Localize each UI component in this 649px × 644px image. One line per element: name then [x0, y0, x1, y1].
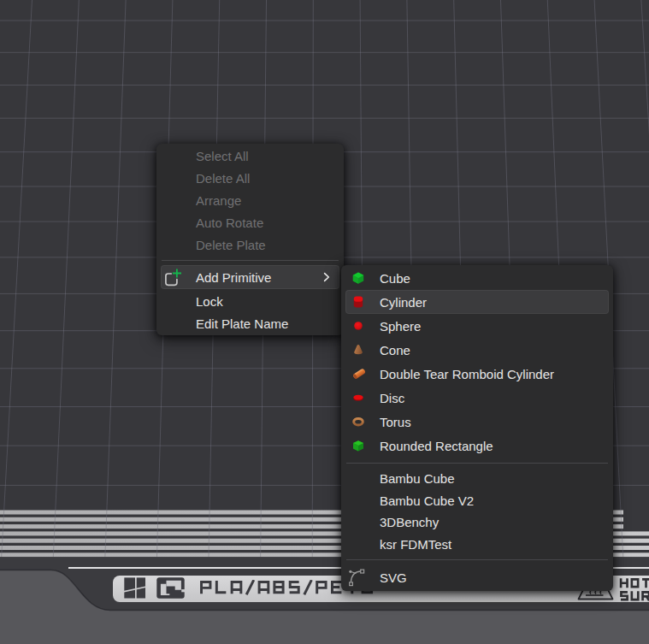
- submenu-item-label: Torus: [380, 415, 609, 429]
- context-menu-separator: [162, 256, 339, 265]
- submenu-separator: [346, 458, 608, 468]
- submenu-item-label: Cylinder: [380, 295, 609, 310]
- submenu-item-sphere[interactable]: Sphere: [345, 314, 609, 338]
- rounded-rectangle-icon: [345, 439, 380, 452]
- context-menu-item-auto-rotate: Auto Rotate: [161, 211, 339, 233]
- submenu-item-label: Cube: [380, 271, 609, 286]
- svg-bezier-icon: [345, 569, 380, 587]
- bambu-studio-logo: [156, 577, 185, 599]
- disc-icon: [345, 391, 380, 405]
- submenu-item-3dbenchy[interactable]: 3DBenchy: [345, 511, 609, 534]
- context-menu-item-label: Edit Plate Name: [196, 316, 339, 331]
- submenu-item-label: Double Tear Romboid Cylinder: [380, 367, 609, 381]
- context-menu-item-label: Select All: [196, 149, 339, 163]
- cone-icon: [345, 343, 380, 357]
- add-primitive-submenu: Cube Cylinder Sphere Cone Double Tear Ro…: [341, 265, 613, 591]
- submenu-separator: [346, 555, 608, 564]
- context-menu-item-label: Delete All: [196, 171, 339, 186]
- torus-icon: [345, 415, 380, 428]
- submenu-item-label: SVG: [380, 570, 609, 585]
- submenu-item-label: 3DBenchy: [380, 515, 609, 529]
- hot-surface-text-line2: [621, 591, 649, 600]
- submenu-arrow-icon: [323, 272, 340, 282]
- submenu-item-label: Cone: [380, 343, 609, 357]
- context-menu-item-label: Delete Plate: [196, 238, 339, 252]
- submenu-item-ksr-fdmtest[interactable]: ksr FDMTest: [345, 534, 609, 556]
- submenu-item-label: Rounded Rectangle: [380, 439, 609, 453]
- context-menu-item-delete-plate: Delete Plate: [161, 233, 339, 256]
- context-menu-item-lock[interactable]: Lock: [161, 289, 339, 314]
- cube-icon: [345, 271, 380, 285]
- submenu-item-torus[interactable]: Torus: [345, 410, 609, 434]
- submenu-item-disc[interactable]: Disc: [345, 386, 609, 410]
- submenu-item-double-tear-romboid-cylinder[interactable]: Double Tear Romboid Cylinder: [345, 362, 609, 386]
- submenu-item-svg[interactable]: SVG: [345, 564, 609, 590]
- submenu-item-bambu-cube[interactable]: Bambu Cube: [345, 468, 609, 490]
- submenu-item-bambu-cube-v2[interactable]: Bambu Cube V2: [345, 490, 609, 512]
- add-primitive-icon: [161, 269, 196, 287]
- context-menu-item-arrange: Arrange: [161, 189, 339, 211]
- sphere-icon: [345, 319, 380, 333]
- submenu-item-rounded-rectangle[interactable]: Rounded Rectangle: [345, 434, 609, 458]
- context-menu-item-label: Add Primitive: [196, 270, 323, 285]
- context-menu-item-edit-plate-name[interactable]: Edit Plate Name: [161, 314, 339, 334]
- submenu-item-label: Sphere: [380, 319, 609, 334]
- double-tear-romboid-cylinder-icon: [345, 367, 380, 381]
- context-menu: Select AllDelete AllArrangeAuto RotateDe…: [156, 144, 344, 335]
- viewport-3d[interactable]: Select AllDelete AllArrangeAuto RotateDe…: [0, 0, 649, 644]
- cylinder-icon: [345, 295, 380, 309]
- submenu-item-label: ksr FDMTest: [380, 537, 609, 552]
- submenu-item-cylinder[interactable]: Cylinder: [345, 290, 609, 314]
- context-menu-item-select-all: Select All: [161, 145, 339, 167]
- submenu-item-cone[interactable]: Cone: [345, 338, 609, 362]
- submenu-item-label: Bambu Cube V2: [380, 493, 609, 508]
- submenu-item-cube[interactable]: Cube: [345, 266, 609, 290]
- submenu-item-label: Disc: [380, 391, 609, 405]
- context-menu-item-delete-all: Delete All: [161, 167, 339, 189]
- submenu-item-label: Bambu Cube: [380, 471, 609, 486]
- context-menu-item-label: Arrange: [196, 193, 339, 208]
- bambu-logo: [123, 577, 147, 599]
- context-menu-item-add-primitive[interactable]: Add Primitive: [161, 265, 339, 289]
- hot-surface-text-line1: [621, 578, 649, 588]
- context-menu-item-label: Auto Rotate: [196, 216, 339, 230]
- context-menu-item-label: Lock: [196, 294, 339, 309]
